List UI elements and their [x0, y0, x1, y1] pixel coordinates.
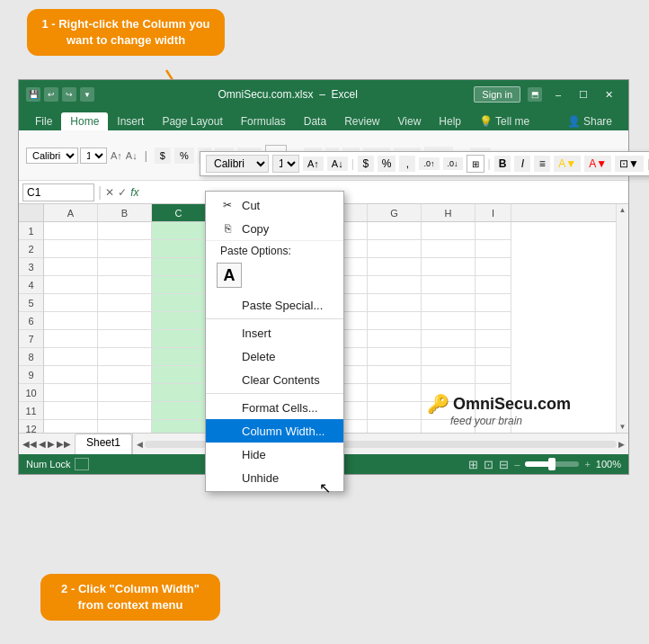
zoom-minus-icon[interactable]: –: [514, 459, 520, 470]
cell-H8[interactable]: [422, 348, 476, 366]
cell-B9[interactable]: [98, 366, 152, 384]
col-header-A[interactable]: A: [44, 204, 98, 221]
mini-italic[interactable]: I: [514, 156, 530, 172]
cell-G7[interactable]: [368, 330, 422, 348]
cell-reference-input[interactable]: [22, 183, 94, 201]
cell-C2[interactable]: [152, 240, 206, 258]
tab-formulas[interactable]: Formulas: [232, 112, 295, 130]
tab-share[interactable]: 👤 Share: [558, 112, 621, 130]
mini-decimal-inc[interactable]: .0↑: [419, 157, 439, 170]
ctx-column-width[interactable]: Column Width...: [206, 419, 343, 443]
ctx-clear-contents[interactable]: Clear Contents: [206, 368, 343, 391]
cell-A6[interactable]: [44, 312, 98, 330]
cell-I8[interactable]: [476, 348, 511, 366]
ctx-unhide[interactable]: Unhide: [206, 466, 343, 489]
col-header-G[interactable]: G: [368, 204, 422, 221]
cell-G1[interactable]: [368, 222, 422, 240]
mini-font-color[interactable]: A▼: [584, 156, 611, 172]
scroll-up-icon[interactable]: ▲: [619, 204, 627, 216]
mini-percent-btn[interactable]: %: [378, 156, 396, 172]
row-header-12[interactable]: 12: [19, 420, 43, 433]
tab-tell-me[interactable]: 💡 Tell me: [470, 112, 538, 130]
row-header-9[interactable]: 9: [19, 366, 43, 384]
cell-A2[interactable]: [44, 240, 98, 258]
col-header-I[interactable]: I: [476, 204, 511, 221]
cell-G3[interactable]: [368, 258, 422, 276]
cell-C9[interactable]: [152, 366, 206, 384]
confirm-formula-icon[interactable]: ✓: [118, 186, 127, 199]
mini-font-size-select[interactable]: 11: [272, 155, 299, 173]
cell-C4[interactable]: [152, 276, 206, 294]
cell-G5[interactable]: [368, 294, 422, 312]
cell-C5[interactable]: [152, 294, 206, 312]
cell-B1[interactable]: [98, 222, 152, 240]
col-header-H[interactable]: H: [422, 204, 476, 221]
hscroll-right-icon[interactable]: ▶: [618, 440, 625, 449]
zoom-percentage[interactable]: 100%: [596, 459, 621, 470]
paste-a-icon[interactable]: A: [217, 263, 242, 288]
cell-A5[interactable]: [44, 294, 98, 312]
vertical-scrollbar[interactable]: ▲ ▼: [616, 204, 628, 433]
minimize-button[interactable]: –: [546, 85, 571, 103]
page-break-view-icon[interactable]: ⊟: [499, 458, 509, 471]
page-layout-view-icon[interactable]: ⊡: [484, 458, 493, 471]
row-header-5[interactable]: 5: [19, 294, 43, 312]
cell-A9[interactable]: [44, 366, 98, 384]
cell-B5[interactable]: [98, 294, 152, 312]
sheet-nav-right[interactable]: ▶: [48, 439, 55, 449]
cell-H2[interactable]: [422, 240, 476, 258]
currency-button[interactable]: $: [155, 148, 171, 164]
cell-I7[interactable]: [476, 330, 511, 348]
row-header-7[interactable]: 7: [19, 330, 43, 348]
mini-bold[interactable]: B: [494, 156, 511, 172]
cell-H9[interactable]: [422, 366, 476, 384]
cell-A12[interactable]: [44, 420, 98, 433]
tab-file[interactable]: File: [26, 112, 61, 130]
cell-B11[interactable]: [98, 402, 152, 420]
cell-H1[interactable]: [422, 222, 476, 240]
zoom-slider-thumb[interactable]: [548, 458, 556, 470]
cell-B6[interactable]: [98, 312, 152, 330]
font-shrink-icon[interactable]: A↓: [126, 150, 138, 161]
mini-align[interactable]: ≡: [534, 156, 550, 172]
cell-C11[interactable]: [152, 402, 206, 420]
row-header-11[interactable]: 11: [19, 402, 43, 420]
ctx-paste-special[interactable]: Paste Special...: [206, 293, 343, 317]
normal-view-icon[interactable]: ⊞: [468, 458, 478, 471]
customize-icon[interactable]: ▼: [80, 87, 94, 102]
zoom-plus-icon[interactable]: +: [584, 459, 590, 470]
tab-home[interactable]: Home: [61, 112, 108, 130]
cell-B3[interactable]: [98, 258, 152, 276]
cell-B4[interactable]: [98, 276, 152, 294]
cell-C6[interactable]: [152, 312, 206, 330]
cell-A8[interactable]: [44, 348, 98, 366]
cell-C8[interactable]: [152, 348, 206, 366]
cell-A11[interactable]: [44, 402, 98, 420]
mini-font-shrink[interactable]: A↓: [327, 157, 348, 171]
save-icon[interactable]: 💾: [26, 87, 40, 102]
cell-G12[interactable]: [368, 420, 422, 433]
zoom-slider[interactable]: [525, 461, 579, 467]
cell-G4[interactable]: [368, 276, 422, 294]
cell-G2[interactable]: [368, 240, 422, 258]
undo-icon[interactable]: ↩: [44, 87, 58, 102]
mini-fill-color[interactable]: A▼: [554, 156, 581, 172]
cell-G10[interactable]: [368, 384, 422, 402]
cell-A1[interactable]: [44, 222, 98, 240]
sheet-nav-left2[interactable]: ◀: [39, 439, 46, 449]
font-grow-icon[interactable]: A↑: [111, 150, 122, 161]
sheet-nav-left[interactable]: ◀◀: [22, 439, 37, 449]
tab-page-layout[interactable]: Page Layout: [153, 112, 231, 130]
maximize-button[interactable]: ☐: [571, 85, 596, 103]
ribbon-toggle-icon[interactable]: ⬒: [528, 87, 542, 102]
ctx-format-cells[interactable]: Format Cells...: [206, 396, 343, 419]
tab-help[interactable]: Help: [430, 112, 470, 130]
tab-review[interactable]: Review: [335, 112, 388, 130]
cell-A3[interactable]: [44, 258, 98, 276]
cell-H3[interactable]: [422, 258, 476, 276]
redo-icon[interactable]: ↪: [62, 87, 76, 102]
tab-view[interactable]: View: [389, 112, 431, 130]
cell-H7[interactable]: [422, 330, 476, 348]
hscroll-left-icon[interactable]: ◀: [137, 440, 143, 449]
cell-C10[interactable]: [152, 384, 206, 402]
